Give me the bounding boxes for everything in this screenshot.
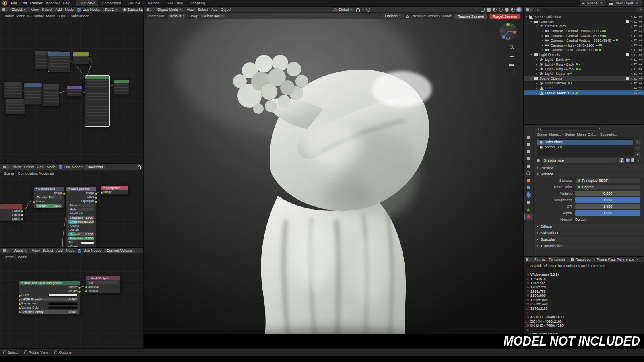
users-count-button[interactable]: 2 [619,158,625,163]
shader-node-7[interactable] [42,84,59,106]
node-row[interactable]: Background ... [21,302,78,306]
shader-type-dropdown[interactable]: World▼ [12,248,29,253]
collapsed-panel-header[interactable]: ▸Specular [534,237,644,242]
menu-item[interactable]: Add [54,8,63,12]
slot-specials-menu[interactable]: ⌄ [635,151,640,156]
menu-item[interactable]: Add [55,249,64,253]
tab-scene[interactable] [524,163,533,169]
node-row[interactable]: Threshold1.000 [68,216,94,220]
value-slider[interactable]: 1.000 [575,197,640,203]
slot-dropdown[interactable]: Slot 1▼ [102,7,119,12]
shading-material-icon[interactable] [511,8,515,12]
tab-constraints[interactable] [524,199,533,205]
shader-node-4[interactable] [4,82,22,98]
menu-item[interactable]: Format [533,257,547,261]
properties-search-input[interactable] [536,126,597,131]
shader-node-main[interactable] [85,75,110,127]
node-glare-bloom[interactable]: Glare (Bloom) Image Glare Highlights Blo… [66,186,97,247]
visibility-toggles[interactable] [630,86,642,90]
disclosure-icon[interactable]: ▾ [530,53,534,56]
surface-shader-button[interactable]: Principled BSDF [575,178,640,183]
node-row[interactable]: Image [68,191,94,195]
workspace-tab[interactable]: Double [125,0,144,6]
node-row[interactable]: Volume Color [21,306,78,310]
disclosure-icon[interactable]: ▾ [530,77,534,80]
menu-item[interactable]: Select [196,8,209,12]
node-composite[interactable]: Composite Image [101,185,128,195]
node-row[interactable]: Surface [88,285,118,289]
disclosure-icon[interactable]: ▾ [530,20,534,23]
shader-node-canvas[interactable]: Statue_Mann_CStatue_Mann_C.001Subsurface [0,13,143,163]
search-input[interactable] [535,8,637,12]
editor-type-icon[interactable] [526,257,531,262]
node-row[interactable]: HDRI [21,293,78,297]
text-line[interactable]: 8 644x362 [524,294,644,298]
workspace-tab[interactable]: Scripting [186,0,208,6]
surface-panel-header[interactable]: ▾Surface [534,171,644,177]
editor-type-icon[interactable] [526,8,533,12]
tab-modifiers[interactable] [524,185,533,191]
node-row[interactable]: Clamp [68,224,94,228]
text-line[interactable]: 12 [524,311,644,315]
pan-move-icon[interactable] [510,54,514,59]
text-line[interactable]: 5 1152x648 [524,281,644,285]
material-name-field[interactable]: Subsurface [541,158,617,163]
close-icon[interactable]: ✕ [635,258,640,261]
orientation-dropdown[interactable]: Default▼ [168,14,187,19]
disclosure-icon[interactable]: ▸ [542,29,545,33]
node-row[interactable]: Saturation1.000 [68,237,94,240]
node-row[interactable]: Volume [21,289,78,293]
node-denoise-mix[interactable]: Denoise Mix Image Denoise Mix Image Perc… [33,186,65,208]
viewport-3d[interactable]: Object Mode▼ ViewSelectAddObject Global▼… [144,6,523,348]
shading-solid-icon[interactable] [505,8,509,12]
disclosure-icon[interactable]: ▸ [536,82,540,85]
disclosure-icon[interactable]: ▸ [536,72,540,75]
disclosure-icon[interactable]: ▸ [542,34,545,37]
menu-item[interactable]: Select [42,249,54,253]
transform-orientation-dropdown[interactable]: Global▼ [332,7,354,12]
shader-node-9[interactable] [113,79,129,95]
workspace-tab[interactable]: File Data [164,0,186,6]
shader-type-dropdown[interactable]: Object▼ [10,7,28,12]
outliner-row[interactable]: ▸ Camera - Central - 3840x2160 [524,33,644,38]
visibility-toggles[interactable] [630,58,642,62]
outliner-row[interactable]: ▸ Light - Ring - Front [524,67,644,72]
snap-magnet-icon[interactable] [138,165,141,169]
filter-icon[interactable]: ▼ [598,128,601,130]
editor-type-icon[interactable] [2,165,10,169]
text-line[interactable]: 10 2560x1440 [524,302,644,306]
options-dropdown[interactable]: Options▼ [383,14,403,19]
visibility-toggles[interactable] [630,39,642,43]
visibility-toggles[interactable] [630,62,642,66]
text-line[interactable]: 2 [524,268,644,273]
node-row[interactable]: Glare [68,195,94,199]
outliner-row[interactable]: ▸ Light - Upper [524,72,644,76]
mode-dropdown[interactable]: Object Mode▼ [155,7,184,12]
text-line[interactable]: 3 Widescreen (16:9) [524,272,644,277]
outliner-row[interactable]: ▸ Light - Back [524,57,644,62]
backdrop-button[interactable]: Backdrop [84,165,106,169]
material-slot[interactable]: bottom.001 [537,145,633,150]
menu-item[interactable]: Node [45,165,57,169]
tab-object-data[interactable] [524,206,533,212]
workspace-tab[interactable]: Vertical [144,0,164,6]
filter-icon[interactable]: ▼ [639,8,642,11]
toggle-perspective-icon[interactable] [510,72,514,76]
shading-rendered-icon[interactable] [517,8,521,12]
proportional-edit-icon[interactable] [366,8,370,12]
node-row[interactable]: Highlights [68,199,94,203]
outliner-row[interactable]: ▸ Camera - Low - 2000x2000 [524,48,644,53]
tab-output[interactable] [524,148,533,154]
convert-volume-button[interactable]: Convert Volume [103,248,136,253]
text-line[interactable]: 6 1280x720 [524,285,644,290]
node-row[interactable]: Highlights [68,212,94,216]
menu-item[interactable]: Add [36,165,45,169]
close-icon[interactable]: ✕ [635,1,639,5]
outliner-row[interactable]: ▸ Light Catcher [524,81,644,86]
menu-item[interactable]: Render [29,1,44,5]
outliner-row[interactable]: ▸ Statue_Mann_C [524,90,644,95]
compositor-node-canvas[interactable]: SceneCompositing Nodetree Render Layers … [0,170,143,247]
menu-item[interactable]: View [12,165,22,169]
node-row[interactable]: HDRI Strength0.000 [21,298,78,301]
use-nodes-checkbox[interactable] [77,8,80,12]
